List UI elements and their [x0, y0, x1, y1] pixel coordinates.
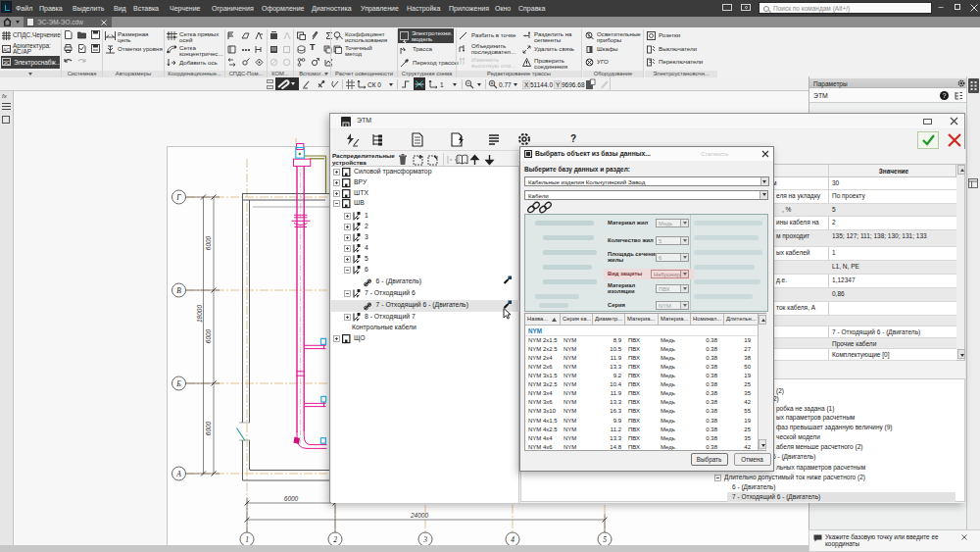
- svg-text:2: 2: [333, 535, 337, 544]
- svg-text:3: 3: [422, 535, 427, 544]
- svg-text:Г: Г: [175, 193, 181, 202]
- svg-text:1: 1: [245, 535, 249, 544]
- svg-text:6000: 6000: [284, 495, 299, 502]
- svg-text:4: 4: [511, 535, 514, 544]
- svg-text:5: 5: [603, 535, 607, 544]
- svg-text:Б: Б: [175, 379, 181, 388]
- svg-text:24000: 24000: [410, 512, 428, 519]
- svg-text:6000: 6000: [205, 235, 212, 250]
- svg-text:6000: 6000: [205, 328, 212, 343]
- svg-text:В: В: [176, 286, 181, 295]
- svg-text:18000: 18000: [196, 305, 203, 323]
- svg-text:А: А: [175, 470, 181, 478]
- svg-text:6000: 6000: [205, 421, 212, 435]
